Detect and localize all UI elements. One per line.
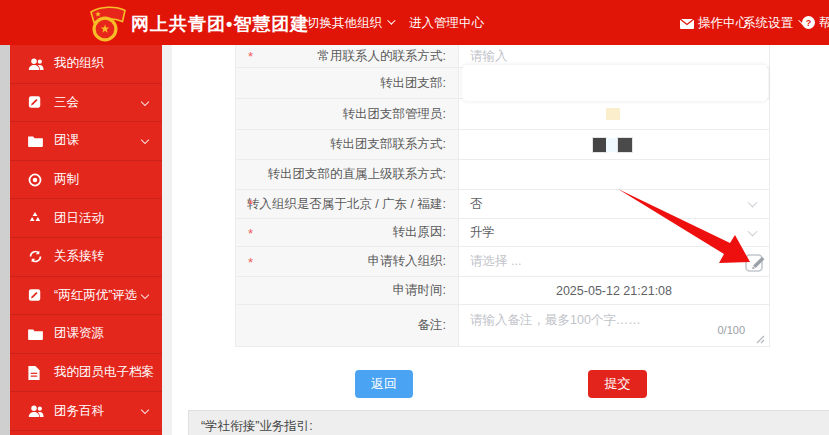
pencil-square-icon [28, 288, 48, 302]
field-label: 申请转入组织: [368, 253, 446, 270]
page-title: 网上共青团•智慧团建 [131, 12, 309, 36]
sidebar-item-relation-transfer[interactable]: 关系接转 [10, 238, 162, 277]
sidebar-item-member-earchive[interactable]: 我的团员电子档案 [10, 354, 162, 393]
select-value: 否 [470, 196, 483, 213]
svg-text:?: ? [806, 18, 812, 28]
switch-organization-dropdown[interactable]: 切换其他组织 [307, 15, 393, 32]
recycle-icon [28, 211, 48, 225]
required-asterisk: * [248, 255, 253, 270]
content-gutter [162, 45, 172, 435]
redacted-value-mark [606, 138, 618, 152]
remark-placeholder: 请输入备注，最多100个字…… [470, 312, 641, 329]
submit-button[interactable]: 提交 [588, 370, 647, 398]
transfer-reason-select[interactable]: 升学 [459, 219, 769, 246]
form-row-application-time: 申请时间: 2025-05-12 21:21:08 [236, 277, 769, 305]
field-label: 转出团支部管理员: [343, 106, 446, 123]
field-label: 备注: [418, 317, 446, 334]
sidebar-item-course-resources[interactable]: 团课资源 [10, 315, 162, 354]
contact-method-input[interactable]: 请输入 [470, 48, 508, 65]
back-button[interactable]: 返回 [355, 370, 413, 398]
form-row-transfer-reason: *转出原因: 升学 [236, 219, 769, 247]
enter-admin-center-link[interactable]: 进入管理中心 [409, 15, 484, 32]
target-organization-picker[interactable]: 请选择 ... [470, 253, 521, 270]
transfer-application-form: *常用联系人的联系方式: 请输入 转出团支部: 转出团支部管理员: 转出团支部联… [235, 45, 770, 347]
action-center-link[interactable]: 操作中心 [680, 15, 748, 32]
field-label: 转出团支部联系方式: [330, 136, 446, 153]
users-icon [28, 404, 48, 418]
field-label: 转出原因: [393, 224, 446, 241]
sidebar-nav: 我的组织 三会 团课 两制 团日活动 [10, 45, 162, 435]
required-asterisk: * [248, 197, 253, 212]
chevron-down-icon [387, 16, 395, 24]
field-label: 转出团支部的直属上级联系方式: [268, 166, 446, 183]
folder-icon [28, 135, 48, 147]
redacted-value-mark [593, 138, 606, 152]
redacted-value-overlay [462, 65, 768, 101]
sidebar-item-lianghong-liangyou[interactable]: “两红两优”评选 [10, 277, 162, 316]
sidebar-item-tuanke[interactable]: 团课 [10, 122, 162, 161]
sidebar-item-league-day-activity[interactable]: 团日活动 [10, 199, 162, 238]
chevron-down-icon [748, 226, 758, 236]
sidebar-item-my-organization[interactable]: 我的组织 [10, 45, 162, 84]
region-select[interactable]: 否 [459, 190, 769, 218]
sidebar-item-liangzhi[interactable]: 两制 [10, 161, 162, 200]
form-row-outgoing-branch: 转出团支部: [236, 68, 769, 99]
chevron-down-icon [141, 406, 149, 414]
league-emblem-logo [86, 3, 128, 47]
form-row-parent-org-contact: 转出团支部的直属上级联系方式: [236, 160, 769, 190]
chevron-down-icon [141, 136, 149, 144]
app-window: 网上共青团•智慧团建 切换其他组织 进入管理中心 操作中心 系统设置 ? 帮助 [0, 0, 829, 435]
sync-icon [28, 250, 48, 263]
field-label: 申请时间: [393, 282, 446, 299]
edit-icon[interactable] [743, 250, 767, 274]
field-label: 转入组织是否属于北京 / 广东 / 福建: [247, 196, 446, 213]
char-counter: 0/100 [717, 324, 745, 336]
business-guide-title: “学社衔接”业务指引: [201, 419, 313, 433]
question-circle-icon: ? [802, 16, 815, 32]
field-label: 转出团支部: [380, 75, 446, 92]
chevron-down-icon [141, 290, 149, 298]
form-row-outgoing-branch-admin: 转出团支部管理员: [236, 99, 769, 130]
form-row-remark: 备注: 请输入备注，最多100个字…… 0/100 [236, 305, 769, 347]
file-icon [28, 366, 48, 380]
resize-handle-icon[interactable] [756, 333, 765, 342]
form-row-outgoing-branch-contact: 转出团支部联系方式: [236, 130, 769, 160]
pencil-square-icon [28, 95, 48, 109]
chevron-down-icon [141, 97, 149, 105]
form-row-region-select: *转入组织是否属于北京 / 广东 / 福建: 否 [236, 190, 769, 219]
select-value: 升学 [470, 224, 495, 241]
field-label: 常用联系人的联系方式: [318, 48, 446, 65]
application-time-value: 2025-05-12 21:21:08 [556, 284, 672, 298]
folder-icon [28, 328, 48, 340]
users-icon [28, 57, 48, 71]
remark-textarea[interactable]: 请输入备注，最多100个字…… 0/100 [459, 305, 769, 346]
page-background-strip [0, 45, 10, 435]
sidebar-item-league-encyclopedia[interactable]: 团务百科 [10, 392, 162, 431]
target-icon [28, 173, 48, 187]
help-link[interactable]: ? 帮助 [802, 15, 829, 32]
system-settings-dropdown[interactable]: 系统设置 [743, 15, 804, 32]
required-asterisk: * [248, 49, 253, 64]
envelope-icon [680, 18, 694, 32]
redacted-value-mark [606, 108, 620, 120]
top-header-bar: 网上共青团•智慧团建 切换其他组织 进入管理中心 操作中心 系统设置 ? 帮助 [0, 0, 829, 45]
business-guide-panel: “学社衔接”业务指引: [188, 410, 829, 435]
sidebar-item-sanhui[interactable]: 三会 [10, 84, 162, 123]
redacted-value-mark [618, 138, 632, 152]
form-row-target-organization: *申请转入组织: 请选择 ... [236, 247, 769, 277]
required-asterisk: * [248, 226, 253, 241]
chevron-down-icon [748, 198, 758, 208]
